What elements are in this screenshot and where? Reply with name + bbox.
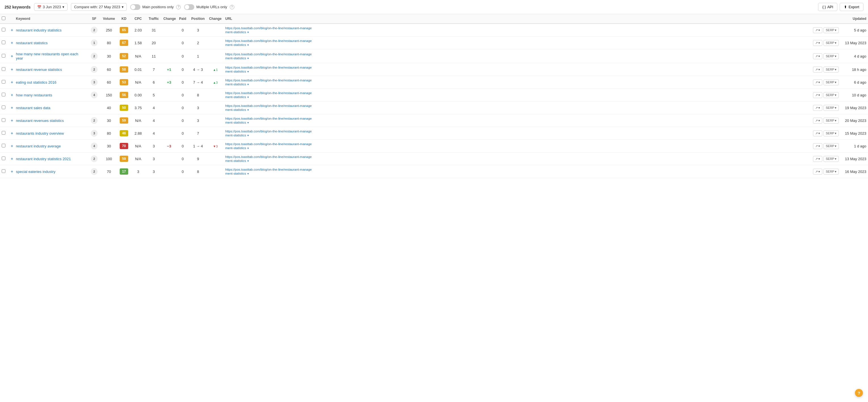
url-link[interactable]: https://pos.toasttab.com/blog/on-the-lin… <box>225 104 810 107</box>
multiple-urls-toggle[interactable] <box>184 4 194 10</box>
export-button[interactable]: ⬆ Export <box>840 3 864 11</box>
url-link[interactable]: https://pos.toasttab.com/blog/on-the-lin… <box>225 155 810 159</box>
add-keyword-button[interactable]: + <box>10 28 13 32</box>
serp-button[interactable]: SERP ▾ <box>824 130 839 136</box>
row-checkbox[interactable] <box>2 93 5 96</box>
url-link-2[interactable]: ment-statistics <box>225 159 246 162</box>
row-checkbox[interactable] <box>2 131 5 135</box>
url-dropdown-icon[interactable]: ▾ <box>247 108 249 111</box>
th-change[interactable]: Change <box>162 14 177 24</box>
url-link[interactable]: https://pos.toasttab.com/blog/on-the-lin… <box>225 142 810 146</box>
trend-button[interactable]: ↗ ▾ <box>813 27 822 33</box>
trend-button[interactable]: ↗ ▾ <box>813 40 822 46</box>
serp-button[interactable]: SERP ▾ <box>824 27 839 33</box>
url-dropdown-icon[interactable]: ▾ <box>247 146 249 150</box>
keyword-link[interactable]: restaurant industry average <box>16 144 61 148</box>
url-dropdown-icon[interactable]: ▾ <box>247 172 249 175</box>
url-link-2[interactable]: ment-statistics <box>225 121 246 124</box>
keyword-link[interactable]: restaurant revenues statistics <box>16 119 64 123</box>
keyword-link[interactable]: restaurants industry overview <box>16 131 64 135</box>
th-keyword[interactable]: Keyword <box>14 14 88 24</box>
trend-button[interactable]: ↗ ▾ <box>813 92 822 98</box>
add-keyword-button[interactable]: + <box>10 80 13 85</box>
th-traffic[interactable]: Traffic <box>146 14 162 24</box>
row-checkbox[interactable] <box>2 40 5 44</box>
select-all-checkbox[interactable] <box>2 16 5 20</box>
keyword-link[interactable]: restaurant revenue statistics <box>16 67 62 72</box>
url-link-2[interactable]: ment-statistics <box>225 134 246 137</box>
th-kd[interactable]: KD <box>118 14 130 24</box>
url-link[interactable]: https://pos.toasttab.com/blog/on-the-lin… <box>225 78 810 82</box>
th-change2[interactable]: Change <box>207 14 223 24</box>
row-checkbox[interactable] <box>2 105 5 109</box>
add-keyword-button[interactable]: + <box>10 54 13 58</box>
add-keyword-button[interactable]: + <box>10 40 13 45</box>
row-checkbox[interactable] <box>2 67 5 71</box>
th-updated[interactable]: Updated <box>840 14 868 24</box>
url-link-2[interactable]: ment-statistics <box>225 82 246 86</box>
add-keyword-button[interactable]: + <box>10 118 13 123</box>
url-dropdown-icon[interactable]: ▾ <box>247 70 249 73</box>
url-link[interactable]: https://pos.toasttab.com/blog/on-the-lin… <box>225 117 810 120</box>
trend-button[interactable]: ↗ ▾ <box>813 105 822 111</box>
row-checkbox[interactable] <box>2 144 5 147</box>
serp-button[interactable]: SERP ▾ <box>824 156 839 162</box>
keyword-link[interactable]: special eateries industry <box>16 170 55 174</box>
url-dropdown-icon[interactable]: ▾ <box>247 57 249 60</box>
keyword-link[interactable]: restaurant statistics <box>16 41 48 45</box>
url-dropdown-icon[interactable]: ▾ <box>247 43 249 46</box>
row-checkbox[interactable] <box>2 54 5 58</box>
url-dropdown-icon[interactable]: ▾ <box>247 121 249 124</box>
url-link[interactable]: https://pos.toasttab.com/blog/on-the-lin… <box>225 53 810 56</box>
keyword-link[interactable]: restaurant sales data <box>16 106 50 110</box>
trend-button[interactable]: ↗ ▾ <box>813 118 822 124</box>
url-link[interactable]: https://pos.toasttab.com/blog/on-the-lin… <box>225 91 810 95</box>
add-keyword-button[interactable]: + <box>10 131 13 135</box>
row-checkbox[interactable] <box>2 169 5 173</box>
row-checkbox[interactable] <box>2 80 5 83</box>
url-link-2[interactable]: ment-statistics <box>225 70 246 73</box>
th-sf[interactable]: SF <box>88 14 100 24</box>
url-link-2[interactable]: ment-statistics <box>225 108 246 111</box>
add-keyword-button[interactable]: + <box>10 105 13 110</box>
row-checkbox[interactable] <box>2 28 5 31</box>
url-link[interactable]: https://pos.toasttab.com/blog/on-the-lin… <box>225 168 810 171</box>
main-positions-toggle[interactable] <box>130 4 141 10</box>
serp-button[interactable]: SERP ▾ <box>824 118 839 124</box>
url-link[interactable]: https://pos.toasttab.com/blog/on-the-lin… <box>225 39 810 42</box>
row-checkbox[interactable] <box>2 118 5 122</box>
date-compare-button[interactable]: Compare with: 27 May 2023 ▾ <box>71 3 127 11</box>
url-link[interactable]: https://pos.toasttab.com/blog/on-the-lin… <box>225 26 810 30</box>
trend-button[interactable]: ↗ ▾ <box>813 169 822 175</box>
url-link-2[interactable]: ment-statistics <box>225 172 246 175</box>
serp-button[interactable]: SERP ▾ <box>824 67 839 73</box>
th-url[interactable]: URL <box>223 14 811 24</box>
th-position[interactable]: Position <box>189 14 207 24</box>
url-link[interactable]: https://pos.toasttab.com/blog/on-the-lin… <box>225 130 810 133</box>
keyword-link[interactable]: how many restaurants <box>16 93 52 97</box>
url-dropdown-icon[interactable]: ▾ <box>247 134 249 137</box>
url-dropdown-icon[interactable]: ▾ <box>247 96 249 99</box>
row-checkbox[interactable] <box>2 157 5 160</box>
trend-button[interactable]: ↗ ▾ <box>813 79 822 85</box>
url-link-2[interactable]: ment-statistics <box>225 95 246 99</box>
add-keyword-button[interactable]: + <box>10 93 13 97</box>
th-paid[interactable]: Paid <box>177 14 189 24</box>
url-link[interactable]: https://pos.toasttab.com/blog/on-the-lin… <box>225 66 810 69</box>
add-keyword-button[interactable]: + <box>10 144 13 148</box>
url-link-2[interactable]: ment-statistics <box>225 57 246 60</box>
trend-button[interactable]: ↗ ▾ <box>813 156 822 162</box>
keyword-link[interactable]: how many new restaurants open each year <box>16 52 78 60</box>
serp-button[interactable]: SERP ▾ <box>824 169 839 175</box>
date-current-button[interactable]: 📅 3 Jun 2023 ▾ <box>34 3 67 11</box>
api-button[interactable]: { } API <box>818 3 837 11</box>
serp-button[interactable]: SERP ▾ <box>824 92 839 98</box>
url-link-2[interactable]: ment-statistics <box>225 146 246 150</box>
keyword-link[interactable]: eating out statistics 2016 <box>16 80 57 85</box>
url-link-2[interactable]: ment-statistics <box>225 30 246 34</box>
url-dropdown-icon[interactable]: ▾ <box>247 31 249 34</box>
trend-button[interactable]: ↗ ▾ <box>813 143 822 149</box>
serp-button[interactable]: SERP ▾ <box>824 53 839 59</box>
main-positions-help-icon[interactable]: ? <box>176 5 181 9</box>
keyword-link[interactable]: restaurant industry statistics <box>16 28 62 32</box>
